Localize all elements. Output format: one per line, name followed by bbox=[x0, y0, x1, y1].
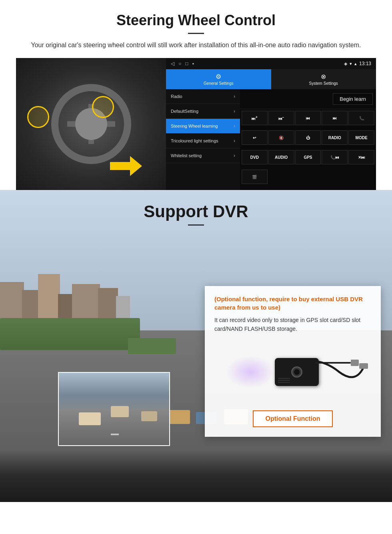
android-tabs[interactable]: ⚙ General Settings ⊗ System Settings bbox=[166, 69, 376, 89]
ctrl-dvd[interactable]: DVD bbox=[242, 150, 268, 164]
title-divider bbox=[188, 33, 204, 34]
android-statusbar: ◁ ○ □ ▪ ◈ ▾ ▴ 13:13 bbox=[166, 58, 376, 69]
ctrl-phone-icon: 📞 bbox=[359, 116, 364, 120]
menu-item-default[interactable]: DefaultSetting › bbox=[166, 104, 240, 119]
ctrl-gps[interactable]: GPS bbox=[295, 150, 321, 164]
ctrl-x-next-icon: ✕⏭ bbox=[358, 155, 365, 160]
page-title: Steering Wheel Control bbox=[16, 12, 376, 29]
cable-svg bbox=[283, 348, 371, 396]
ctrl-back-icon: ↩ bbox=[253, 136, 256, 140]
controls-grid: ⏭+ ⏮− ⏮ ⏭ 📞 bbox=[240, 109, 376, 190]
svg-rect-1 bbox=[359, 363, 368, 369]
ctrl-radio-label: RADIO bbox=[328, 136, 341, 140]
menu-radio-label: Radio bbox=[171, 94, 182, 99]
android-body: Radio › DefaultSetting › Steering Wheel … bbox=[166, 89, 376, 190]
dvr-title: Support DVR bbox=[0, 202, 392, 221]
lane-mark bbox=[111, 434, 119, 435]
location-icon: ◈ bbox=[344, 61, 347, 66]
ctrl-audio[interactable]: AUDIO bbox=[268, 150, 294, 164]
menu-default-arrow: › bbox=[234, 108, 235, 114]
section-subtitle: Your original car's steering wheel contr… bbox=[24, 40, 368, 50]
android-content: Begin learn ⏭+ ⏮− ⏮ bbox=[240, 89, 376, 190]
begin-learn-area: Begin learn bbox=[240, 89, 376, 109]
ctrl-vol-down[interactable]: ⏮− bbox=[268, 111, 294, 125]
menu-tricolour-arrow: › bbox=[234, 138, 235, 144]
menu-item-radio[interactable]: Radio › bbox=[166, 89, 240, 104]
ctrl-vol-down-icon: ⏮− bbox=[278, 115, 284, 121]
clock-display: 13:13 bbox=[359, 61, 371, 66]
ctrl-prev[interactable]: ⏮ bbox=[295, 111, 321, 125]
right-control-highlight bbox=[92, 96, 114, 118]
tab-general-settings[interactable]: ⚙ General Settings bbox=[166, 69, 271, 89]
begin-learn-button[interactable]: Begin learn bbox=[333, 93, 373, 105]
ctrl-mode[interactable]: MODE bbox=[348, 130, 374, 145]
wheel-outer-ring bbox=[51, 84, 131, 164]
menu-item-steering[interactable]: Steering Wheel learning › bbox=[166, 119, 240, 134]
menu-steering-label: Steering Wheel learning bbox=[171, 124, 218, 128]
ctrl-next-icon: ⏭ bbox=[333, 116, 337, 120]
screenshot-car-1 bbox=[79, 412, 101, 425]
home-icon: ○ bbox=[178, 61, 181, 66]
ctrl-phone[interactable]: 📞 bbox=[348, 111, 374, 125]
back-icon: ◁ bbox=[171, 61, 174, 66]
tab-system-label: System Settings bbox=[309, 81, 338, 86]
camera-glow bbox=[226, 356, 274, 388]
ctrl-mute-icon: 🔇 bbox=[279, 136, 284, 140]
settings-icon: ⚙ bbox=[216, 73, 221, 80]
dvr-screenshot-thumbnail bbox=[58, 372, 170, 446]
arrow-indicator bbox=[110, 154, 142, 178]
arrow-svg bbox=[110, 154, 142, 178]
menu-icon: ▪ bbox=[192, 61, 194, 66]
signal-icon: ▴ bbox=[354, 61, 357, 66]
statusbar-right: ◈ ▾ ▴ 13:13 bbox=[344, 61, 371, 66]
wifi-icon: ▾ bbox=[350, 61, 352, 66]
ctrl-x-next[interactable]: ✕⏭ bbox=[348, 150, 374, 164]
ctrl-mode-label: MODE bbox=[356, 136, 368, 140]
ctrl-phone-prev[interactable]: 📞⏮ bbox=[322, 150, 348, 164]
dvr-screenshot-content bbox=[59, 373, 169, 445]
dvr-divider bbox=[188, 224, 204, 226]
tab-system-settings[interactable]: ⊗ System Settings bbox=[271, 69, 376, 89]
car-1 bbox=[168, 410, 190, 424]
menu-item-tricolour[interactable]: Tricoloured light settings › bbox=[166, 134, 240, 148]
svg-marker-0 bbox=[110, 156, 142, 176]
tab-general-label: General Settings bbox=[204, 81, 234, 86]
statusbar-left: ◁ ○ □ ▪ bbox=[171, 61, 194, 66]
ctrl-next[interactable]: ⏭ bbox=[322, 111, 348, 125]
ctrl-power-icon: ⏻ bbox=[306, 136, 310, 140]
dvr-optional-text: (Optional function, require to buy exter… bbox=[214, 295, 371, 312]
menu-tricolour-label: Tricoloured light settings bbox=[171, 138, 218, 143]
ctrl-vol-up[interactable]: ⏭+ bbox=[242, 111, 268, 125]
ctrl-extra[interactable]: 🎬 bbox=[242, 170, 268, 184]
android-menu: Radio › DefaultSetting › Steering Wheel … bbox=[166, 89, 240, 190]
menu-steering-arrow: › bbox=[234, 123, 235, 129]
dvr-section-header: Support DVR bbox=[0, 190, 392, 231]
steering-section: Steering Wheel Control Your original car… bbox=[0, 0, 392, 190]
ctrl-power[interactable]: ⏻ bbox=[295, 130, 321, 145]
menu-item-whitelist[interactable]: Whitelist setting › bbox=[166, 148, 240, 163]
ctrl-extra-icon: 🎬 bbox=[252, 175, 257, 179]
ctrl-prev-icon: ⏮ bbox=[306, 116, 310, 120]
left-control-highlight bbox=[27, 106, 49, 128]
system-icon: ⊗ bbox=[321, 73, 326, 80]
ctrl-dvd-label: DVD bbox=[250, 155, 259, 160]
vegetation-left bbox=[0, 318, 140, 350]
ctrl-radio[interactable]: RADIO bbox=[322, 130, 348, 145]
steering-ui-area: ◁ ○ □ ▪ ◈ ▾ ▴ 13:13 ⚙ General Settings bbox=[16, 58, 376, 190]
vegetation-right bbox=[128, 338, 176, 354]
menu-radio-arrow: › bbox=[234, 94, 235, 99]
dvr-section: Support DVR (Optional function, require … bbox=[0, 190, 392, 502]
android-panel: ◁ ○ □ ▪ ◈ ▾ ▴ 13:13 ⚙ General Settings bbox=[166, 58, 376, 190]
menu-whitelist-arrow: › bbox=[234, 153, 235, 158]
steering-photo bbox=[16, 58, 166, 190]
menu-whitelist-label: Whitelist setting bbox=[171, 153, 202, 158]
dvr-camera-image bbox=[214, 340, 371, 404]
screenshot-car-2 bbox=[141, 411, 157, 421]
ctrl-mute[interactable]: 🔇 bbox=[268, 130, 294, 145]
optional-function-container: Optional Function bbox=[214, 410, 371, 427]
screenshot-car-3 bbox=[111, 406, 129, 417]
dvr-description: It can record video only to storage in G… bbox=[214, 316, 371, 334]
ctrl-back[interactable]: ↩ bbox=[242, 130, 268, 145]
ctrl-phone-prev-icon: 📞⏮ bbox=[330, 155, 339, 160]
optional-function-button[interactable]: Optional Function bbox=[253, 410, 333, 427]
